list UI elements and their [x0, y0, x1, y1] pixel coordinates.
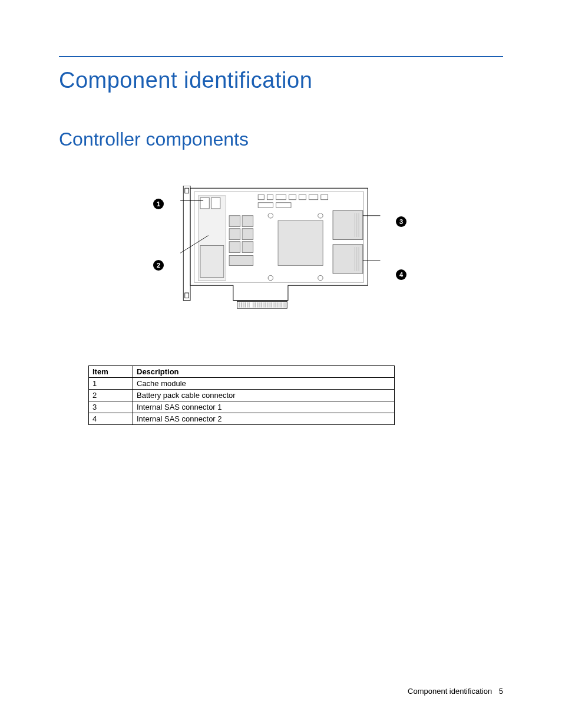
cell-description: Internal SAS connector 2 — [133, 413, 395, 425]
callout-1: 1 — [153, 199, 164, 209]
page: Component identification Controller comp… — [0, 0, 562, 728]
cell-description: Internal SAS connector 1 — [133, 401, 395, 413]
svg-rect-6 — [200, 197, 209, 209]
svg-rect-37 — [237, 301, 287, 308]
svg-rect-29 — [333, 210, 363, 239]
svg-rect-1 — [185, 188, 189, 193]
top-rule — [59, 56, 503, 57]
controller-board-diagram: 1 2 3 4 — [148, 180, 414, 333]
svg-rect-0 — [183, 186, 190, 301]
cell-description: Battery pack cable connector — [133, 390, 395, 401]
svg-rect-30 — [333, 245, 363, 274]
table-row: 2 Battery pack cable connector — [89, 390, 395, 401]
footer-page-number: 5 — [499, 687, 503, 696]
diagram-container: 1 2 3 4 — [59, 180, 503, 333]
svg-rect-13 — [242, 229, 253, 240]
table-header-row: Item Description — [89, 366, 395, 378]
svg-rect-9 — [229, 216, 240, 227]
svg-rect-7 — [211, 197, 220, 209]
footer-section: Component identification — [408, 687, 492, 696]
callout-4: 4 — [396, 269, 406, 280]
svg-rect-12 — [242, 216, 253, 227]
svg-rect-15 — [229, 255, 253, 265]
heading-2: Controller components — [59, 129, 503, 150]
svg-rect-8 — [200, 246, 224, 278]
components-table-wrap: Item Description 1 Cache module 2 Batter… — [88, 365, 503, 425]
svg-rect-2 — [185, 293, 189, 298]
table-row: 1 Cache module — [89, 378, 395, 390]
callout-3: 3 — [396, 216, 406, 227]
svg-rect-10 — [229, 229, 240, 240]
board-illustration — [166, 186, 390, 315]
cell-item: 3 — [89, 401, 133, 413]
cell-item: 4 — [89, 413, 133, 425]
table-row: 4 Internal SAS connector 2 — [89, 413, 395, 425]
heading-1: Component identification — [59, 68, 503, 93]
callout-2: 2 — [153, 260, 164, 271]
header-item: Item — [89, 366, 133, 378]
components-table: Item Description 1 Cache module 2 Batter… — [88, 365, 395, 425]
cell-item: 1 — [89, 378, 133, 390]
svg-rect-4 — [278, 220, 323, 265]
table-row: 3 Internal SAS connector 1 — [89, 401, 395, 413]
cell-description: Cache module — [133, 378, 395, 390]
cell-item: 2 — [89, 390, 133, 401]
svg-rect-14 — [242, 242, 253, 253]
svg-rect-11 — [229, 242, 240, 253]
page-footer: Component identification 5 — [408, 687, 503, 696]
header-description: Description — [133, 366, 395, 378]
